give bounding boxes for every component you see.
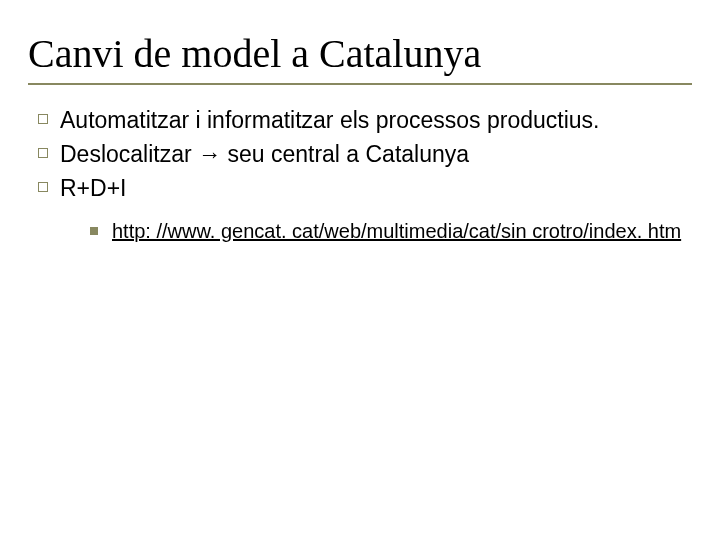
main-list: Automatitzar i informatitzar els process… [28,105,692,245]
list-item: Deslocalitzar → seu central a Catalunya [36,139,692,170]
list-item-text: Deslocalitzar → seu central a Catalunya [60,141,469,167]
bullet-solid-icon [90,227,98,235]
list-item: R+D+I http: //www. gencat. cat/web/multi… [36,173,692,245]
title-container: Canvi de model a Catalunya [28,30,692,85]
bullet-outline-icon [38,182,48,192]
list-item: http: //www. gencat. cat/web/multimedia/… [88,218,692,245]
list-item-text: Automatitzar i informatitzar els process… [60,107,599,133]
list-item-text: R+D+I [60,175,126,201]
list-item: Automatitzar i informatitzar els process… [36,105,692,136]
bullet-outline-icon [38,148,48,158]
page-title: Canvi de model a Catalunya [28,30,692,77]
sub-list: http: //www. gencat. cat/web/multimedia/… [60,218,692,245]
bullet-outline-icon [38,114,48,124]
reference-link[interactable]: http: //www. gencat. cat/web/multimedia/… [112,220,681,242]
